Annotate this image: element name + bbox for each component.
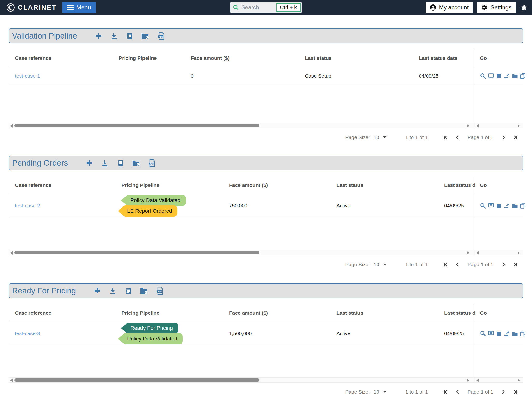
xls-icon[interactable]: XLS bbox=[155, 286, 164, 295]
folder-icon[interactable] bbox=[512, 73, 518, 79]
col-header-case-reference[interactable]: Case reference bbox=[15, 310, 51, 316]
notes-icon[interactable] bbox=[124, 287, 132, 295]
pinned-scroll-left-arrow-icon[interactable] bbox=[476, 379, 479, 382]
last-status-value: Case Setup bbox=[305, 73, 331, 79]
add-icon[interactable] bbox=[85, 159, 93, 167]
col-header-last-status-date[interactable]: Last status d bbox=[444, 182, 476, 188]
folder-icon[interactable] bbox=[512, 203, 518, 209]
col-header-last-status[interactable]: Last status bbox=[336, 310, 363, 316]
next-page-icon[interactable] bbox=[497, 262, 509, 267]
last-page-icon[interactable] bbox=[509, 389, 521, 394]
last-page-icon[interactable] bbox=[509, 135, 521, 140]
pinned-scroll-right-arrow-icon[interactable] bbox=[518, 379, 520, 382]
notes-icon[interactable] bbox=[125, 32, 133, 40]
col-header-go[interactable]: Go bbox=[480, 55, 487, 61]
col-header-go[interactable]: Go bbox=[480, 182, 487, 188]
comment-icon[interactable] bbox=[488, 203, 494, 209]
col-header-case-reference[interactable]: Case reference bbox=[15, 182, 51, 188]
last-page-icon[interactable] bbox=[509, 262, 521, 267]
notes-icon[interactable] bbox=[116, 159, 124, 167]
prev-page-icon[interactable] bbox=[452, 389, 464, 394]
last-status-date-value: 04/09/25 bbox=[419, 73, 439, 79]
col-header-last-status-date[interactable]: Last status date bbox=[419, 55, 457, 61]
square-icon[interactable] bbox=[496, 330, 502, 337]
pinned-scroll-right-arrow-icon[interactable] bbox=[518, 124, 520, 128]
dropdown-caret-icon[interactable] bbox=[383, 264, 386, 265]
col-header-case-reference[interactable]: Case reference bbox=[15, 55, 51, 61]
pinned-column-divider bbox=[474, 177, 474, 250]
search-icon[interactable] bbox=[480, 330, 486, 337]
xls-icon[interactable]: XLS bbox=[157, 32, 165, 40]
search-input[interactable]: Search Ctrl + k bbox=[230, 2, 302, 13]
pinned-scroll-left-arrow-icon[interactable] bbox=[476, 124, 479, 128]
pinned-scroll-left-arrow-icon[interactable] bbox=[476, 251, 479, 255]
col-header-face-amount[interactable]: Face amount ($) bbox=[229, 310, 268, 316]
col-header-go[interactable]: Go bbox=[480, 310, 487, 316]
table-row: test-case-1 0 Case Setup 04/09/25 bbox=[9, 67, 523, 85]
my-account-button[interactable]: My account bbox=[426, 2, 473, 13]
col-header-pricing-pipeline[interactable]: Pricing Pipeline bbox=[121, 182, 160, 188]
case-reference-link[interactable]: test-case-3 bbox=[15, 331, 40, 336]
page-size-select[interactable]: 10 bbox=[374, 389, 379, 395]
square-icon[interactable] bbox=[496, 203, 502, 209]
copy-icon[interactable] bbox=[520, 330, 526, 337]
prev-page-icon[interactable] bbox=[452, 135, 464, 140]
pinned-scroll-right-arrow-icon[interactable] bbox=[518, 251, 520, 255]
first-page-icon[interactable] bbox=[440, 135, 452, 140]
scrollbar-thumb[interactable] bbox=[14, 124, 259, 127]
scroll-right-arrow-icon[interactable] bbox=[467, 251, 469, 255]
col-header-last-status[interactable]: Last status bbox=[305, 55, 332, 61]
status-chip: Policy Data Validated bbox=[127, 195, 186, 206]
menu-button[interactable]: Menu bbox=[62, 2, 96, 13]
export-icon[interactable] bbox=[504, 203, 510, 209]
dropdown-caret-icon[interactable] bbox=[383, 391, 386, 393]
scroll-left-arrow-icon[interactable] bbox=[10, 251, 13, 255]
col-header-pricing-pipeline[interactable]: Pricing Pipeline bbox=[121, 310, 160, 316]
export-icon[interactable] bbox=[504, 73, 510, 79]
scroll-right-arrow-icon[interactable] bbox=[467, 124, 469, 128]
case-reference-link[interactable]: test-case-2 bbox=[15, 203, 40, 209]
folder-add-icon[interactable] bbox=[141, 32, 149, 40]
next-page-icon[interactable] bbox=[497, 389, 509, 394]
scroll-left-arrow-icon[interactable] bbox=[10, 379, 13, 382]
copy-icon[interactable] bbox=[520, 203, 526, 209]
pagination-bar: Page Size: 10 1 to 1 of 1 Page 1 of 1 bbox=[9, 386, 523, 398]
scroll-right-arrow-icon[interactable] bbox=[467, 379, 469, 382]
comment-icon[interactable] bbox=[488, 73, 494, 79]
search-icon[interactable] bbox=[480, 203, 486, 209]
comment-icon[interactable] bbox=[488, 330, 494, 337]
search-icon[interactable] bbox=[480, 73, 486, 79]
folder-add-icon[interactable] bbox=[132, 159, 140, 167]
next-page-icon[interactable] bbox=[497, 135, 509, 140]
col-header-last-status[interactable]: Last status bbox=[336, 182, 363, 188]
page-size-select[interactable]: 10 bbox=[374, 262, 379, 267]
star-icon[interactable] bbox=[520, 3, 528, 12]
settings-button[interactable]: Settings bbox=[477, 2, 516, 13]
section-pending-orders: Pending Orders XLS Case reference Pricin… bbox=[0, 156, 532, 270]
case-reference-link[interactable]: test-case-1 bbox=[15, 73, 40, 79]
square-icon[interactable] bbox=[496, 73, 502, 79]
scrollbar-thumb[interactable] bbox=[14, 378, 259, 382]
folder-icon[interactable] bbox=[512, 330, 518, 337]
col-header-pricing-pipeline[interactable]: Pricing Pipeline bbox=[119, 55, 157, 61]
first-page-icon[interactable] bbox=[440, 262, 452, 267]
copy-icon[interactable] bbox=[520, 73, 526, 79]
download-icon[interactable] bbox=[109, 287, 117, 295]
download-icon[interactable] bbox=[101, 159, 109, 167]
col-header-face-amount[interactable]: Face amount ($) bbox=[229, 182, 268, 188]
col-header-face-amount[interactable]: Face amount ($) bbox=[191, 55, 230, 61]
export-icon[interactable] bbox=[504, 330, 510, 337]
col-header-last-status-date[interactable]: Last status d bbox=[444, 310, 476, 316]
last-status-value: Active bbox=[336, 203, 350, 209]
prev-page-icon[interactable] bbox=[452, 262, 464, 267]
first-page-icon[interactable] bbox=[440, 389, 452, 394]
scroll-left-arrow-icon[interactable] bbox=[10, 124, 13, 128]
dropdown-caret-icon[interactable] bbox=[383, 136, 386, 138]
scrollbar-thumb[interactable] bbox=[14, 251, 259, 254]
folder-add-icon[interactable] bbox=[140, 287, 148, 295]
xls-icon[interactable]: XLS bbox=[147, 159, 156, 167]
add-icon[interactable] bbox=[93, 287, 101, 295]
download-icon[interactable] bbox=[110, 32, 118, 40]
add-icon[interactable] bbox=[94, 32, 103, 40]
page-size-select[interactable]: 10 bbox=[374, 135, 379, 140]
